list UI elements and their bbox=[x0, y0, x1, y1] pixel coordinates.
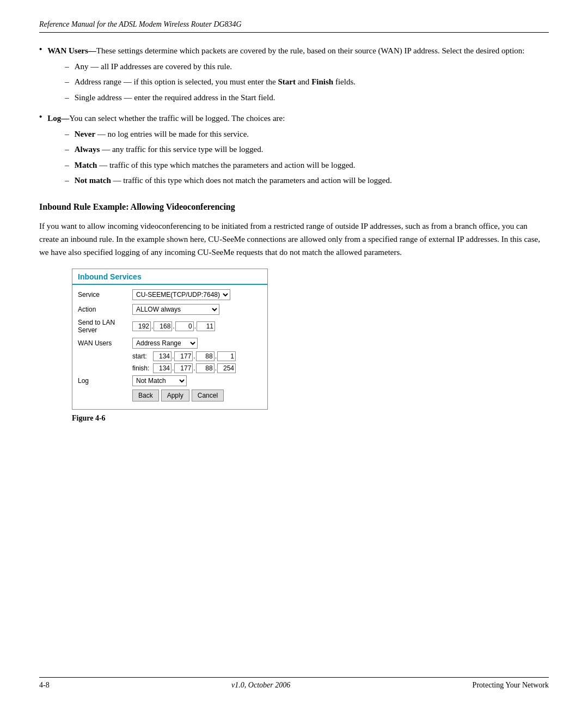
sub-item-single-address: – Single address — enter the required ad… bbox=[65, 92, 549, 104]
log-select[interactable]: Not Match bbox=[132, 375, 187, 386]
log-row: Log Not Match bbox=[78, 375, 262, 386]
main-paragraph: If you want to allow incoming videoconfe… bbox=[39, 220, 549, 259]
form-body: Service CU-SEEME(TCP/UDP:7648) Action AL… bbox=[72, 285, 267, 404]
sub-item-not-match: – Not match — traffic of this type which… bbox=[65, 174, 549, 187]
lan-ip-1[interactable] bbox=[132, 321, 151, 331]
wan-users-row: WAN Users Address Range bbox=[78, 338, 262, 349]
finish-ip-4[interactable] bbox=[217, 363, 236, 373]
back-button[interactable]: Back bbox=[132, 389, 159, 401]
lan-ip-3[interactable] bbox=[175, 321, 194, 331]
bullet-text-2: Log—You can select whether the traffic w… bbox=[47, 112, 549, 190]
form-title: Inbound Services bbox=[78, 272, 142, 281]
sub-item-always: – Always — any traffic for this service … bbox=[65, 143, 549, 156]
start-ip-row: start: . . . bbox=[78, 351, 262, 361]
service-control: CU-SEEME(TCP/UDP:7648) bbox=[132, 289, 262, 300]
wan-users-label: WAN Users— bbox=[47, 46, 96, 55]
send-to-lan-control: . . . bbox=[132, 321, 262, 331]
bullet-wan-users: • WAN Users—These settings determine whi… bbox=[39, 45, 549, 107]
send-to-lan-label: Send to LAN Server bbox=[78, 319, 132, 334]
sub-item-any: – Any — all IP addresses are covered by … bbox=[65, 60, 549, 73]
action-select[interactable]: ALLOW always bbox=[132, 304, 219, 315]
figure-label: Figure 4-6 bbox=[72, 414, 549, 423]
bullet-text-1: WAN Users—These settings determine which… bbox=[47, 45, 549, 107]
service-row: Service CU-SEEME(TCP/UDP:7648) bbox=[78, 289, 262, 300]
cancel-button[interactable]: Cancel bbox=[192, 389, 224, 401]
finish-ip-2[interactable] bbox=[174, 363, 193, 373]
log-control: Not Match bbox=[132, 375, 262, 386]
start-ip-2[interactable] bbox=[174, 351, 193, 361]
action-row: Action ALLOW always bbox=[78, 304, 262, 315]
service-select[interactable]: CU-SEEME(TCP/UDP:7648) bbox=[132, 289, 230, 300]
lan-ip-2[interactable] bbox=[154, 321, 172, 331]
bullet-dot-1: • bbox=[39, 45, 42, 54]
service-label: Service bbox=[78, 291, 132, 299]
lan-ip-4[interactable] bbox=[197, 321, 215, 331]
finish-ip-row: finish: . . . bbox=[78, 363, 262, 373]
apply-button[interactable]: Apply bbox=[161, 389, 189, 401]
action-control: ALLOW always bbox=[132, 304, 262, 315]
section-heading: Inbound Rule Example: Allowing Videoconf… bbox=[39, 202, 549, 212]
sub-bullets-log: – Never — no log entries will be made fo… bbox=[65, 128, 549, 187]
sub-item-never: – Never — no log entries will be made fo… bbox=[65, 128, 549, 141]
page-footer: 4-8 v1.0, October 2006 Protecting Your N… bbox=[39, 677, 549, 690]
action-label: Action bbox=[78, 306, 132, 313]
bullet-log: • Log—You can select whether the traffic… bbox=[39, 112, 549, 190]
sub-item-address-range: – Address range — if this option is sele… bbox=[65, 76, 549, 88]
footer-version: v1.0, October 2006 bbox=[50, 681, 473, 690]
wan-users-select[interactable]: Address Range bbox=[132, 338, 198, 349]
finish-ip-1[interactable] bbox=[153, 363, 171, 373]
form-title-bar: Inbound Services bbox=[72, 269, 267, 285]
sub-bullets-wan: – Any — all IP addresses are covered by … bbox=[65, 60, 549, 104]
finish-label: finish: bbox=[132, 364, 153, 372]
footer-section-title: Protecting Your Network bbox=[473, 681, 549, 690]
send-to-lan-row: Send to LAN Server . . . bbox=[78, 319, 262, 334]
sub-item-match: – Match — traffic of this type which mat… bbox=[65, 159, 549, 172]
finish-ip-3[interactable] bbox=[196, 363, 215, 373]
page-header: Reference Manual for the ADSL Modem Wire… bbox=[39, 20, 549, 33]
button-row: Back Apply Cancel bbox=[78, 389, 262, 401]
start-ip-3[interactable] bbox=[196, 351, 215, 361]
wan-users-control: Address Range bbox=[132, 338, 262, 349]
start-label: start: bbox=[132, 352, 153, 360]
bullet-dot-2: • bbox=[39, 112, 42, 121]
content-area: • WAN Users—These settings determine whi… bbox=[39, 45, 549, 190]
header-title: Reference Manual for the ADSL Modem Wire… bbox=[39, 20, 242, 28]
start-ip-4[interactable] bbox=[217, 351, 236, 361]
log-label: Log bbox=[78, 377, 132, 385]
footer-page-number: 4-8 bbox=[39, 681, 50, 690]
start-ip-1[interactable] bbox=[153, 351, 171, 361]
wan-users-label: WAN Users bbox=[78, 339, 132, 347]
log-label-bullet: Log— bbox=[47, 114, 69, 123]
inbound-services-form: Inbound Services Service CU-SEEME(TCP/UD… bbox=[72, 269, 268, 410]
